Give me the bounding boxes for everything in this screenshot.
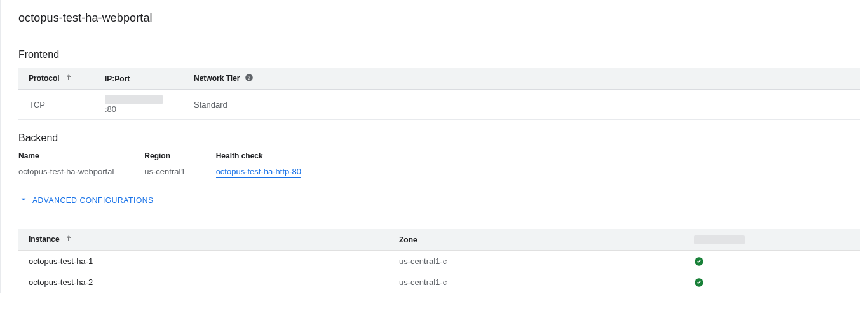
instance-status: [684, 272, 860, 293]
frontend-row: TCP xxxxxxxxxxxxxx:80 Standard: [18, 90, 860, 120]
backend-name: octopus-test-ha-webportal: [18, 167, 114, 176]
frontend-heading: Frontend: [18, 49, 860, 60]
instance-name: octopus-test-ha-1: [18, 251, 389, 272]
instances-table: Instance Zone xxxxxxxxxxxx octopus-test-…: [18, 229, 860, 293]
instance-row: octopus-test-ha-1 us-central1-c: [18, 251, 860, 272]
backend-region-label: Region: [144, 151, 185, 167]
instance-row: octopus-test-ha-2 us-central1-c: [18, 272, 860, 293]
chevron-down-icon: [18, 194, 29, 206]
advanced-configurations-toggle[interactable]: ADVANCED CONFIGURATIONS: [18, 194, 860, 206]
instances-col-zone[interactable]: Zone: [389, 229, 684, 251]
instances-col-status[interactable]: xxxxxxxxxxxx: [684, 229, 860, 251]
backend-health-link[interactable]: octopus-test-ha-http-80: [216, 167, 301, 178]
col-label: Protocol: [29, 74, 60, 83]
page-title: octopus-test-ha-webportal: [18, 11, 860, 25]
instance-zone: us-central1-c: [389, 251, 684, 272]
backend-summary: Name octopus-test-ha-webportal Region us…: [18, 151, 860, 178]
frontend-tier: Standard: [184, 90, 860, 120]
frontend-col-tier[interactable]: Network Tier ?: [184, 68, 860, 90]
col-label: Instance: [29, 235, 60, 244]
status-healthy-icon: [694, 256, 704, 267]
redacted-ip: xxxxxxxxxxxxxx: [105, 95, 163, 104]
instance-name: octopus-test-ha-2: [18, 272, 389, 293]
sort-asc-icon: [64, 73, 73, 84]
instance-zone: us-central1-c: [389, 272, 684, 293]
frontend-protocol: TCP: [18, 90, 95, 120]
frontend-col-protocol[interactable]: Protocol: [18, 68, 95, 90]
col-label: Network Tier: [194, 74, 240, 83]
advanced-configurations-label: ADVANCED CONFIGURATIONS: [32, 196, 154, 205]
instances-col-instance[interactable]: Instance: [18, 229, 389, 251]
help-icon[interactable]: ?: [245, 73, 254, 84]
svg-text:?: ?: [247, 75, 250, 81]
backend-health-label: Health check: [216, 151, 301, 167]
status-healthy-icon: [694, 277, 704, 288]
frontend-table: Protocol IP:Port Network Tier ? TCP: [18, 68, 860, 120]
instance-status: [684, 251, 860, 272]
backend-region: us-central1: [144, 167, 185, 176]
backend-name-label: Name: [18, 151, 114, 167]
redacted-header: xxxxxxxxxxxx: [694, 235, 745, 244]
frontend-port: :80: [105, 104, 116, 114]
frontend-ipport: xxxxxxxxxxxxxx:80: [95, 90, 184, 120]
frontend-col-ipport[interactable]: IP:Port: [95, 68, 184, 90]
sort-asc-icon: [64, 234, 73, 245]
backend-heading: Backend: [18, 132, 860, 144]
